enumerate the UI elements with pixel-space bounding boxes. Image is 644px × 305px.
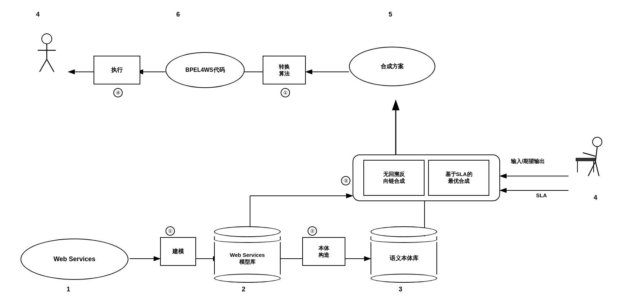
diagram-container: 4 6 5 执行 ④ BPEL4WS代码 转换算法 ① 合成方案 bbox=[0, 0, 644, 305]
synthesis-rounded-box: 无回溯反向链合成 基于SLA的最优合成 bbox=[353, 154, 500, 201]
label-4-top: 4 bbox=[36, 11, 40, 18]
build-model-box: 建模 bbox=[160, 237, 196, 266]
svg-line-26 bbox=[595, 162, 599, 176]
bpel-ellipse: BPEL4WS代码 bbox=[165, 52, 245, 88]
label-2-bottom: 2 bbox=[242, 286, 245, 293]
label-4-right: 4 bbox=[594, 194, 597, 202]
svg-point-22 bbox=[593, 137, 602, 147]
label-5-top: 5 bbox=[389, 11, 392, 18]
circle-transform: ① bbox=[281, 88, 290, 97]
person-left bbox=[34, 32, 59, 75]
circle-build: ① bbox=[165, 226, 175, 236]
label-1-bottom: 1 bbox=[67, 286, 70, 293]
label-6-top: 6 bbox=[176, 11, 180, 18]
svg-line-20 bbox=[40, 59, 47, 72]
execute-box: 执行 bbox=[94, 56, 140, 84]
svg-line-24 bbox=[583, 153, 595, 156]
sla-optimal-box: 基于SLA的最优合成 bbox=[428, 160, 489, 196]
svg-line-25 bbox=[588, 162, 595, 176]
web-services-ellipse: Web Services bbox=[21, 239, 128, 280]
person-right bbox=[576, 137, 619, 187]
svg-line-21 bbox=[47, 59, 54, 72]
svg-rect-27 bbox=[576, 158, 595, 161]
transform-box: 转换算法 bbox=[263, 56, 306, 84]
backward-chain-box: 无回溯反向链合成 bbox=[363, 160, 425, 196]
label-3-bottom: 3 bbox=[399, 286, 402, 293]
circle-ontology: ② bbox=[308, 226, 317, 236]
ontology-db: 语义本体库 bbox=[371, 226, 437, 283]
ws-model-db: Web Services模型库 bbox=[214, 226, 281, 283]
circle-execute: ④ bbox=[113, 88, 123, 97]
compose-ellipse: 合成方案 bbox=[349, 47, 435, 86]
svg-line-23 bbox=[595, 147, 597, 162]
input-label: 输入/期望输出 bbox=[511, 158, 545, 165]
svg-point-17 bbox=[42, 34, 52, 44]
sla-label: SLA bbox=[536, 192, 547, 198]
circle-synthesis: ③ bbox=[341, 176, 350, 185]
ontology-build-box: 本体构造 bbox=[302, 237, 345, 266]
